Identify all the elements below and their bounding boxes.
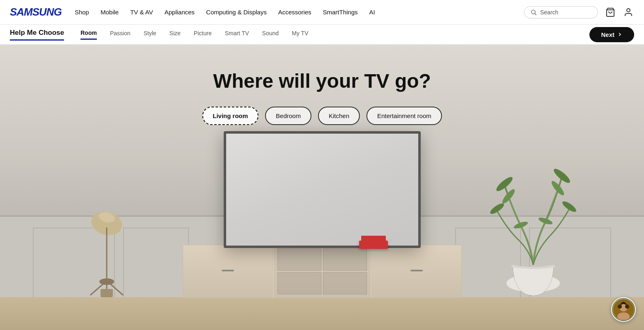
samsung-logo[interactable]: SAMSUNG (10, 6, 62, 18)
option-bedroom[interactable]: Bedroom (265, 107, 312, 125)
plant-svg (480, 144, 587, 300)
nav-smartthings[interactable]: SmartThings (323, 9, 358, 16)
book (359, 241, 388, 249)
option-living-room[interactable]: Living room (202, 107, 259, 125)
option-entertainment-room[interactable]: Entertainment room (367, 107, 442, 125)
nav-accessories[interactable]: Accessories (278, 9, 312, 16)
svg-point-15 (500, 188, 516, 205)
nav-ai[interactable]: AI (369, 9, 375, 16)
nav-mobile[interactable]: Mobile (101, 9, 119, 16)
nav-shop[interactable]: Shop (75, 9, 89, 16)
svg-point-17 (489, 202, 506, 216)
next-button[interactable]: Next (589, 27, 634, 42)
stand-middle (274, 245, 371, 298)
stand-grid-3 (277, 272, 321, 294)
stand-right (371, 245, 462, 298)
stand-left (183, 245, 273, 298)
svg-line-1 (535, 14, 536, 15)
svg-point-16 (550, 180, 566, 197)
chat-avatar[interactable] (611, 297, 636, 322)
lamp-svg (82, 207, 131, 297)
svg-point-10 (99, 278, 114, 285)
step-room[interactable]: Room (80, 30, 97, 40)
hero-section: Where will your TV go? Living room Bedro… (0, 45, 644, 330)
tv-stand (183, 245, 462, 298)
tv (224, 131, 421, 248)
svg-point-18 (561, 200, 578, 214)
header-right: Search (524, 6, 634, 18)
svg-point-19 (513, 220, 529, 230)
svg-point-24 (618, 305, 622, 309)
cart-icon[interactable] (605, 7, 616, 18)
header: SAMSUNG Shop Mobile TV & AV Appliances C… (0, 0, 644, 25)
subnav: Help Me Choose Room Passion Style Size P… (0, 25, 644, 45)
floor-plant (480, 144, 587, 301)
stand-handle-right (410, 270, 423, 271)
step-passion[interactable]: Passion (110, 30, 131, 39)
stand-grid-4 (323, 272, 367, 294)
room-options: Living room Bedroom Kitchen Entertainmen… (202, 107, 442, 125)
user-icon[interactable] (623, 7, 634, 18)
svg-point-3 (627, 9, 630, 12)
svg-point-20 (538, 216, 553, 226)
step-style[interactable]: Style (144, 30, 156, 39)
search-icon (530, 9, 537, 16)
svg-point-25 (625, 305, 629, 309)
stand-handle-left (222, 270, 234, 271)
help-me-choose-label: Help Me Choose (10, 29, 64, 41)
tv-screen (226, 134, 418, 246)
floor-lamp (82, 207, 131, 299)
step-picture[interactable]: Picture (194, 30, 212, 39)
avatar-face-svg (613, 299, 634, 320)
step-my-tv[interactable]: My TV (292, 30, 308, 39)
search-box[interactable]: Search (524, 6, 598, 18)
option-kitchen[interactable]: Kitchen (318, 107, 360, 125)
svg-rect-11 (101, 289, 113, 297)
next-arrow-icon (617, 32, 623, 37)
step-smart-tv[interactable]: Smart TV (225, 30, 249, 39)
nav-appliances[interactable]: Appliances (165, 9, 195, 16)
nav-tv-av[interactable]: TV & AV (130, 9, 153, 16)
step-size[interactable]: Size (170, 30, 181, 39)
svg-point-0 (532, 10, 535, 14)
floor (0, 297, 644, 330)
step-sound[interactable]: Sound (262, 30, 279, 39)
stand-grid-2 (323, 248, 367, 271)
nav-computing[interactable]: Computing & Displays (206, 9, 267, 16)
main-nav: Shop Mobile TV & AV Appliances Computing… (75, 9, 524, 16)
chat-face (612, 298, 635, 321)
steps: Room Passion Style Size Picture Smart TV… (80, 30, 589, 40)
hero-question: Where will your TV go? (213, 70, 431, 92)
search-label: Search (540, 9, 558, 16)
stand-grid-1 (277, 248, 321, 271)
